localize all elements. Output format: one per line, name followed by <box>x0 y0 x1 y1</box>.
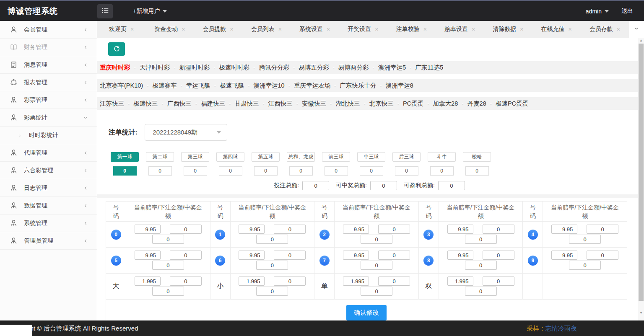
bet-amount-input[interactable] <box>170 225 202 234</box>
lottery-link[interactable]: 丹麦28 <box>467 100 486 108</box>
ball-tab-button[interactable]: 第五球 <box>252 152 280 162</box>
lottery-link[interactable]: 广东11选5 <box>415 64 443 72</box>
win-amount-input[interactable] <box>465 287 497 296</box>
odds-input[interactable] <box>239 277 265 286</box>
ball-tab-button[interactable]: 梭哈 <box>463 152 491 162</box>
scrollbar-thumb[interactable] <box>639 44 644 301</box>
lottery-link[interactable]: 易博两分彩 <box>338 64 369 72</box>
odds-input[interactable] <box>135 277 161 286</box>
bet-amount-input[interactable] <box>274 225 306 234</box>
odds-input[interactable] <box>447 225 473 234</box>
confirm-button[interactable]: 确认修改 <box>346 305 387 320</box>
tab-close-icon[interactable]: × <box>472 26 475 33</box>
win-amount-input[interactable] <box>256 235 288 244</box>
tab-overflow-button[interactable] <box>629 21 644 38</box>
odds-input[interactable] <box>343 225 369 234</box>
tab-item[interactable]: 清除数据× <box>484 21 532 38</box>
number-badge[interactable]: 5 <box>111 256 121 266</box>
tab-item[interactable]: 在线充值× <box>532 21 580 38</box>
odds-input[interactable] <box>343 251 369 260</box>
bet-amount-input[interactable] <box>378 251 410 260</box>
tab-close-icon[interactable]: × <box>375 26 378 33</box>
tab-item[interactable]: 欢迎页× <box>97 21 145 38</box>
ball-tab-button[interactable]: 第二球 <box>146 152 174 162</box>
total-input[interactable] <box>438 181 465 190</box>
sidebar-item[interactable]: 系统管理 <box>0 215 97 232</box>
bet-amount-input[interactable] <box>483 277 514 286</box>
number-badge[interactable]: 9 <box>528 256 538 266</box>
lottery-link[interactable]: 湖北快三 <box>335 100 360 108</box>
odds-input[interactable] <box>551 225 577 234</box>
tab-close-icon[interactable]: × <box>182 26 185 33</box>
sidebar-item[interactable]: 报表管理 <box>0 74 97 91</box>
logout-button[interactable]: 退出 <box>621 8 633 15</box>
number-badge[interactable]: 8 <box>423 256 434 266</box>
bet-amount-input[interactable] <box>170 251 202 260</box>
sidebar-toggle-button[interactable] <box>97 4 113 18</box>
lottery-link[interactable]: 澳洲幸运10 <box>254 82 285 90</box>
lottery-link[interactable]: 极速时时彩 <box>219 64 250 72</box>
lottery-link[interactable]: 甘肃快三 <box>234 100 259 108</box>
bet-amount-input[interactable] <box>587 225 618 234</box>
win-amount-input[interactable] <box>152 235 184 244</box>
tab-close-icon[interactable]: × <box>278 26 282 33</box>
sidebar-item[interactable]: 会员管理 <box>0 21 97 39</box>
bet-amount-input[interactable] <box>483 225 514 234</box>
lottery-link[interactable]: 澳洲幸运5 <box>378 64 406 72</box>
win-amount-input[interactable] <box>256 261 288 270</box>
win-amount-input[interactable] <box>361 235 392 244</box>
win-amount-input[interactable] <box>152 261 184 270</box>
lottery-link[interactable]: 极速赛车 <box>152 82 177 90</box>
tab-item[interactable]: 注单校验× <box>387 21 436 38</box>
tab-close-icon[interactable]: × <box>130 26 134 33</box>
number-badge[interactable]: 2 <box>319 230 330 240</box>
tab-item[interactable]: 赔率设置× <box>436 21 484 38</box>
tab-close-icon[interactable]: × <box>230 26 234 33</box>
total-input[interactable] <box>370 181 397 190</box>
sidebar-subitem[interactable]: 时时彩统计 <box>0 127 97 144</box>
lottery-link[interactable]: 加拿大28 <box>433 100 458 108</box>
number-badge[interactable]: 3 <box>423 230 434 240</box>
tab-close-icon[interactable]: × <box>520 26 523 33</box>
sidebar-item[interactable]: 六合彩管理 <box>0 162 97 179</box>
tab-close-icon[interactable]: × <box>617 26 620 33</box>
lottery-link[interactable]: 极速飞艇 <box>220 82 244 90</box>
bet-amount-input[interactable] <box>378 225 410 234</box>
ball-tab-button[interactable]: 后三球 <box>392 152 421 162</box>
bet-amount-input[interactable] <box>483 251 514 260</box>
odds-input[interactable] <box>135 251 161 260</box>
lottery-link[interactable]: 极速PC蛋蛋 <box>496 100 528 108</box>
lottery-link[interactable]: 广西快三 <box>167 100 192 108</box>
sidebar-item[interactable]: 数据管理 <box>0 197 97 215</box>
bet-amount-input[interactable] <box>170 277 202 286</box>
odds-input[interactable] <box>135 225 161 234</box>
ball-tab-button[interactable]: 第四球 <box>216 152 244 162</box>
sidebar-item[interactable]: 彩票管理 <box>0 91 97 109</box>
sidebar-item[interactable]: 日志管理 <box>0 179 97 197</box>
vertical-scrollbar[interactable]: ▲ ▼ <box>638 38 644 320</box>
ball-tab-button[interactable]: 前三球 <box>322 152 350 162</box>
win-amount-input[interactable] <box>465 235 497 244</box>
tab-close-icon[interactable]: × <box>327 26 330 33</box>
tab-item[interactable]: 资金变动× <box>145 21 194 38</box>
lottery-link[interactable]: 江西快三 <box>268 100 293 108</box>
total-input[interactable] <box>302 181 329 190</box>
number-badge[interactable]: 0 <box>111 230 121 240</box>
win-amount-input[interactable] <box>361 261 392 270</box>
sample-value-link[interactable]: 忘情冷雨夜 <box>545 325 577 332</box>
lottery-link[interactable]: 澳洲幸运8 <box>386 82 413 90</box>
ball-tab-button[interactable]: 斗牛 <box>428 152 456 162</box>
ball-tab-button[interactable]: 第三球 <box>181 152 209 162</box>
scroll-up-icon[interactable]: ▲ <box>638 38 644 43</box>
win-amount-input[interactable] <box>569 235 601 244</box>
bet-amount-input[interactable] <box>274 251 306 260</box>
sidebar-item[interactable]: 彩票统计 <box>0 109 97 127</box>
scroll-down-icon[interactable]: ▼ <box>638 310 644 315</box>
sidebar-item[interactable]: 代理管理 <box>0 144 97 162</box>
tab-item[interactable]: 会员提款× <box>194 21 242 38</box>
lottery-link[interactable]: PC蛋蛋 <box>403 100 423 108</box>
admin-dropdown[interactable]: admin <box>586 8 609 15</box>
lottery-link[interactable]: 新疆时时彩 <box>179 64 210 72</box>
lottery-link[interactable]: 江苏快三 <box>100 100 124 108</box>
win-amount-input[interactable] <box>361 287 392 296</box>
